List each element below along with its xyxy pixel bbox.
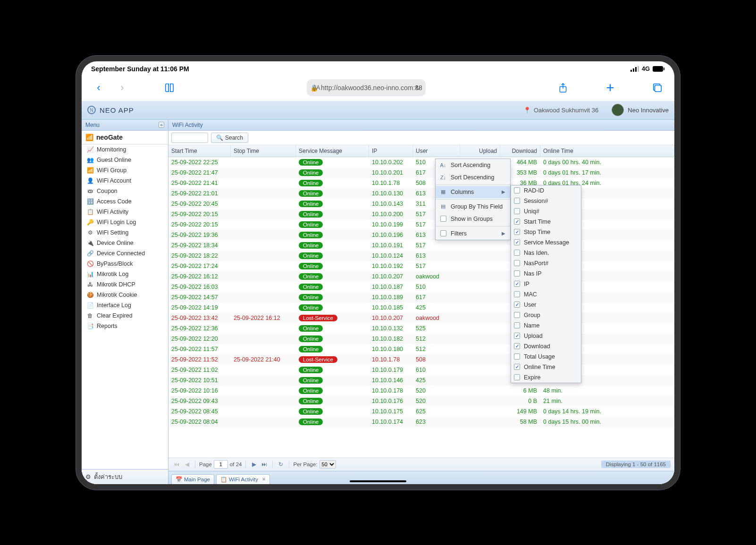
column-toggle-item[interactable]: ✓Upload xyxy=(511,331,581,341)
table-row[interactable]: 25-09-2022 16:12Online10.10.0.207oakwood… xyxy=(168,271,674,282)
column-toggle-item[interactable]: Total Usage xyxy=(511,352,581,362)
next-page-button[interactable]: ▶ xyxy=(250,460,258,469)
per-page-select[interactable]: 50 xyxy=(319,460,336,469)
table-row[interactable]: 25-09-2022 14:19Online10.10.0.18542532 M… xyxy=(168,302,674,313)
table-row[interactable]: 25-09-2022 18:34Online10.10.0.191517769 … xyxy=(168,240,674,251)
sidebar-item[interactable]: 📶WiFi Group xyxy=(82,165,168,176)
table-row[interactable]: 25-09-2022 20:15Online10.10.0.20051750 m… xyxy=(168,209,674,219)
table-row[interactable]: 25-09-2022 22:25Online10.10.0.202510464 … xyxy=(168,157,674,168)
sidebar-item[interactable]: 🔌Device Online xyxy=(82,238,168,248)
tab[interactable]: 📅Main Page xyxy=(171,474,214,484)
column-toggle-item[interactable]: Session# xyxy=(511,196,581,206)
table-row[interactable]: 25-09-2022 20:45Online10.10.0.14331119 m… xyxy=(168,199,674,209)
close-icon[interactable]: ✕ xyxy=(262,477,266,482)
sidebar-item[interactable]: 🍪Mikrotik Cookie xyxy=(82,290,168,300)
table-row[interactable]: 25-09-2022 11:02Online10.10.0.17961036 M… xyxy=(168,365,674,375)
col-online-time[interactable]: Online Time xyxy=(540,145,674,157)
column-toggle-item[interactable]: Nas Iden. xyxy=(511,248,581,258)
sidebar-item[interactable]: 🔢Access Code xyxy=(82,196,168,207)
sidebar-item[interactable]: 🔗Device Connected xyxy=(82,248,168,259)
table-row[interactable]: 25-09-2022 12:20Online10.10.0.18251227 M… xyxy=(168,334,674,344)
collapse-button[interactable]: « xyxy=(159,122,164,128)
new-tab-button[interactable]: + xyxy=(601,78,620,97)
show-in-groups-item[interactable]: Show in Groups xyxy=(436,213,510,225)
col-stop-time[interactable]: Stop Time xyxy=(231,145,296,157)
sidebar-item[interactable]: 📋WiFi Activity xyxy=(82,207,168,217)
tabs-button[interactable] xyxy=(648,78,667,97)
sidebar-item[interactable]: 🎟Coupon xyxy=(82,186,168,196)
col-start-time[interactable]: Start Time xyxy=(168,145,231,157)
filters-item[interactable]: Filters▶ xyxy=(436,227,510,240)
home-indicator[interactable] xyxy=(350,480,406,482)
column-toggle-item[interactable]: ✓Stop Time xyxy=(511,227,581,237)
table-row[interactable]: 25-09-2022 08:45Online10.10.0.175625149 … xyxy=(168,406,674,417)
column-toggle-item[interactable]: Name xyxy=(511,320,581,331)
sidebar-item[interactable]: 📑Reports xyxy=(82,321,168,331)
table-row[interactable]: 25-09-2022 08:04Online10.10.0.17462358 M… xyxy=(168,417,674,427)
table-row[interactable]: 25-09-2022 16:03Online10.10.0.187510123 … xyxy=(168,282,674,292)
sidebar-item[interactable]: 📄Interface Log xyxy=(82,300,168,310)
table-row[interactable]: 25-09-2022 13:4225-09-2022 16:12Lost-Ser… xyxy=(168,313,674,323)
sidebar-item[interactable]: 🗑Clear Expired xyxy=(82,310,168,321)
table-row[interactable]: 25-09-2022 19:36Online10.10.0.19661329 m… xyxy=(168,230,674,240)
column-toggle-item[interactable]: RAD-ID xyxy=(511,185,581,196)
sidebar-item[interactable]: ⚙WiFi Setting xyxy=(82,227,168,238)
avatar[interactable] xyxy=(612,104,624,116)
column-toggle-item[interactable]: Nas IP xyxy=(511,268,581,279)
column-toggle-item[interactable]: ✓Start Time xyxy=(511,217,581,227)
table-row[interactable]: 25-09-2022 20:15Online10.10.0.19951750 m… xyxy=(168,219,674,230)
table-row[interactable]: 25-09-2022 21:01Online10.10.0.13061303 m… xyxy=(168,188,674,199)
first-page-button[interactable]: ⏮ xyxy=(172,460,181,469)
group-by-item[interactable]: ▤Group By This Field xyxy=(436,201,510,213)
tab[interactable]: 📋WiFi Activity✕ xyxy=(216,474,270,484)
table-row[interactable]: 25-09-2022 11:5225-09-2022 21:40Lost-Ser… xyxy=(168,354,674,365)
table-row[interactable]: 25-09-2022 10:16Online10.10.0.1785206 MB… xyxy=(168,386,674,396)
sidebar-group-header[interactable]: 📶 neoGate xyxy=(82,131,168,144)
sidebar-item[interactable]: 📊Mikrotik Log xyxy=(82,269,168,279)
table-row[interactable]: 25-09-2022 12:36Online10.10.0.1325253 MB… xyxy=(168,323,674,334)
sidebar-item[interactable]: 📈Mornitoring xyxy=(82,144,168,155)
sidebar-item[interactable]: 🔑WiFi Login Log xyxy=(82,217,168,227)
col-download[interactable]: Download xyxy=(500,145,540,157)
column-toggle-item[interactable]: ✓IP xyxy=(511,279,581,289)
column-toggle-item[interactable]: MAC xyxy=(511,289,581,300)
column-toggle-item[interactable]: Uniq# xyxy=(511,206,581,217)
reading-list-button[interactable] xyxy=(160,78,179,97)
sidebar-item[interactable]: 🖧Mikrotik DHCP xyxy=(82,279,168,290)
sidebar-item[interactable]: 🚫ByPass/Block xyxy=(82,259,168,269)
url-bar[interactable]: AA 🔒 http://oakwood36.neo-inno.com:88 ↻ xyxy=(307,79,425,96)
text-size-button[interactable]: AA xyxy=(312,84,320,91)
sort-ascending-item[interactable]: A↓Sort Ascending xyxy=(436,159,510,171)
column-toggle-item[interactable]: Expire xyxy=(511,372,581,383)
columns-item[interactable]: ▦Columns▶ xyxy=(436,186,510,198)
table-row[interactable]: 25-09-2022 17:24Online10.10.0.192517278 … xyxy=(168,261,674,271)
column-toggle-item[interactable]: NasPort# xyxy=(511,258,581,268)
last-page-button[interactable]: ⏭ xyxy=(260,460,269,469)
column-toggle-item[interactable]: ✓Download xyxy=(511,341,581,352)
column-toggle-item[interactable]: ✓Service Message xyxy=(511,237,581,248)
sidebar-item[interactable]: 👥Guest Online xyxy=(82,155,168,165)
reload-button[interactable]: ↻ xyxy=(415,84,421,92)
sidebar-item[interactable]: 👤WiFi Account xyxy=(82,176,168,186)
refresh-button[interactable]: ↻ xyxy=(277,460,285,469)
table-row[interactable]: 25-09-2022 21:41Online10.10.1.7850836 MB… xyxy=(168,178,674,188)
col-ip[interactable]: IP xyxy=(369,145,413,157)
settings-button[interactable]: ⚙ ตั้งค่าระบบ xyxy=(82,469,168,484)
back-button[interactable]: ‹ xyxy=(89,78,108,97)
table-row[interactable]: 25-09-2022 14:57Online10.10.0.189617101 … xyxy=(168,292,674,302)
share-button[interactable] xyxy=(554,78,572,97)
prev-page-button[interactable]: ◀ xyxy=(183,460,191,469)
col-user[interactable]: User xyxy=(413,145,460,157)
sort-descending-item[interactable]: Z↓Sort Descending xyxy=(436,171,510,184)
table-row[interactable]: 25-09-2022 09:43Online10.10.0.1765200 B2… xyxy=(168,396,674,406)
search-input[interactable] xyxy=(171,133,208,143)
column-toggle-item[interactable]: Group xyxy=(511,310,581,320)
table-row[interactable]: 25-09-2022 11:57Online10.10.0.18051215 M… xyxy=(168,344,674,354)
col-service-message[interactable]: Service Message xyxy=(296,145,369,157)
column-toggle-item[interactable]: ✓User xyxy=(511,300,581,310)
table-row[interactable]: 25-09-2022 18:22Online10.10.0.124613167 … xyxy=(168,251,674,261)
page-input[interactable] xyxy=(214,460,228,469)
forward-button[interactable]: › xyxy=(113,78,132,97)
column-toggle-item[interactable]: ✓Online Time xyxy=(511,362,581,372)
table-row[interactable]: 25-09-2022 21:47Online10.10.0.201617353 … xyxy=(168,168,674,178)
